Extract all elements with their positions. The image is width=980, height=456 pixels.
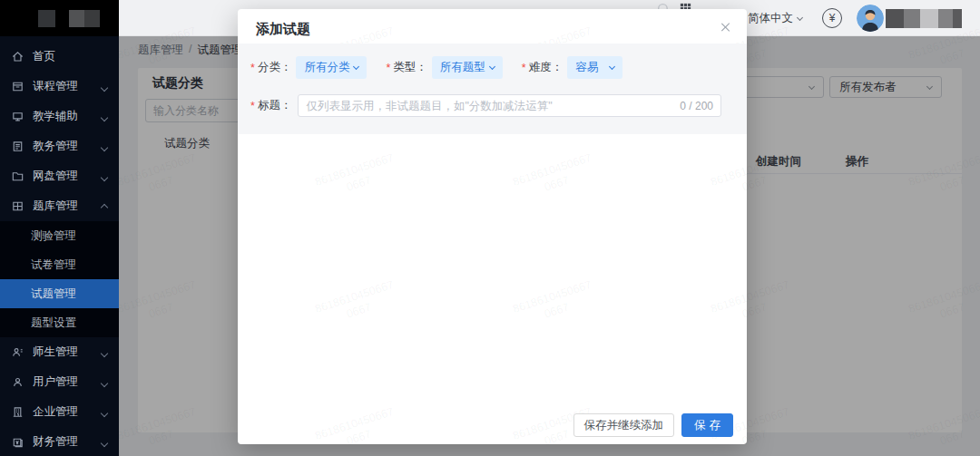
chevron-down-icon [102,406,107,419]
save-button[interactable]: 保存 [681,413,733,437]
required-mark: * [250,100,255,112]
avatar[interactable] [857,5,884,32]
header-right-cluster: 简体中文 ¥ [730,0,962,36]
redacted-username [886,9,962,28]
document-icon [11,140,25,153]
type-field-label: 类型： [393,60,427,75]
modal-title-row: * 标题： 0 / 200 [250,94,721,117]
sidebar-item-home[interactable]: 首页 [0,42,119,72]
required-mark: * [250,62,255,74]
teacher-student-icon [11,345,25,359]
difficulty-field-group: * 难度： 容易 [522,56,622,79]
chevron-down-icon [489,63,495,70]
sidebar-item-label: 试卷管理 [31,257,76,273]
chevron-down-icon [353,63,359,70]
home-icon [11,50,25,63]
language-label: 简体中文 [748,11,793,26]
sidebar-item-label: 教学辅助 [33,109,78,124]
sidebar-item-label: 网盘管理 [33,169,78,184]
category-field-group: * 分类： 所有分类 [250,56,367,79]
sidebar-item-question-type-settings[interactable]: 题型设置 [0,308,119,337]
currency-yen-icon[interactable]: ¥ [822,8,842,28]
question-title-input[interactable] [306,100,672,112]
course-icon [11,80,25,93]
question-bank-icon [11,199,25,213]
logo-redacted-block [69,10,84,27]
sidebar-item-course-mgmt[interactable]: 课程管理 [0,72,119,102]
sidebar-item-label: 题库管理 [33,199,78,214]
character-counter: 0 / 200 [680,100,713,112]
modal-footer: 保存并继续添加 保存 [573,413,734,437]
logo-redacted-block [38,10,55,27]
sidebar-item-label: 企业管理 [33,404,78,420]
category-select-value: 所有分类 [304,60,349,75]
title-field-label: 标题： [258,98,292,113]
redacted-block [953,9,962,28]
sidebar-item-label: 教务管理 [33,139,78,154]
sidebar-item-quiz-mgmt[interactable]: 测验管理 [0,221,119,250]
difficulty-field-label: 难度： [529,60,564,75]
chevron-down-icon [102,81,107,93]
type-select[interactable]: 所有题型 [432,56,503,79]
sidebar-item-paper-mgmt[interactable]: 试卷管理 [0,250,119,279]
difficulty-select-value: 容易 [575,60,598,75]
sidebar-item-label: 试题管理 [31,286,76,302]
sidebar-item-teacher-student-mgmt[interactable]: 师生管理 [0,337,119,367]
required-mark: * [522,62,526,74]
sidebar-item-finance-mgmt[interactable]: 财务管理 [0,427,119,456]
sidebar-item-label: 课程管理 [33,79,78,94]
sidebar-item-label: 首页 [33,49,55,64]
category-select[interactable]: 所有分类 [296,56,367,79]
building-icon [11,405,25,419]
sidebar: 首页 课程管理 教学辅助 教务管理 网盘管理 [0,0,119,456]
modal-header: 添加试题 [238,9,747,44]
sidebar-item-academic-mgmt[interactable]: 教务管理 [0,131,119,161]
sidebar-item-label: 测验管理 [31,228,76,244]
chevron-down-icon [609,63,615,70]
question-title-field[interactable]: 0 / 200 [298,94,721,117]
save-and-continue-button[interactable]: 保存并继续添加 [573,413,675,437]
sidebar-item-teach-assist[interactable]: 教学辅助 [0,102,119,131]
add-question-modal: 8618610450667066786186104506670667861861… [238,9,747,444]
yen-symbol: ¥ [829,12,836,24]
redacted-block [938,9,953,28]
monitor-icon [11,110,25,123]
sidebar-item-enterprise-mgmt[interactable]: 企业管理 [0,397,119,427]
user-icon [11,375,25,389]
sidebar-item-question-bank[interactable]: 题库管理 [0,191,119,221]
sidebar-item-question-mgmt-selected[interactable]: 试题管理 [0,279,119,308]
modal-title: 添加试题 [256,21,310,38]
redacted-block [904,9,920,28]
chevron-down-icon [102,436,107,449]
type-field-group: * 类型： 所有题型 [386,56,502,79]
chevron-down-icon [102,141,107,153]
folder-icon [11,170,25,183]
sidebar-nav: 首页 课程管理 教学辅助 教务管理 网盘管理 [0,36,119,456]
sidebar-item-netdisk-mgmt[interactable]: 网盘管理 [0,161,119,191]
sidebar-item-label: 师生管理 [33,344,78,360]
chevron-up-icon [102,200,107,213]
difficulty-select[interactable]: 容易 [567,56,622,79]
redacted-block [886,9,904,28]
sidebar-item-label: 用户管理 [33,374,78,390]
close-icon[interactable] [720,22,730,33]
chevron-down-icon [102,111,107,123]
sidebar-item-label: 题型设置 [31,315,76,331]
modal-filter-band: * 分类： 所有分类 * 类型： 所有题型 * [238,44,747,134]
logo-redacted-block [84,10,100,27]
category-field-label: 分类： [258,60,292,75]
sidebar-item-user-mgmt[interactable]: 用户管理 [0,367,119,397]
chevron-down-icon [797,14,803,20]
required-mark: * [386,62,390,74]
modal-filter-row: * 分类： 所有分类 * 类型： 所有题型 * [250,56,622,79]
finance-icon [11,435,25,449]
redacted-block [920,9,938,28]
chevron-down-icon [102,170,107,183]
chevron-down-icon [102,346,107,359]
app-logo[interactable] [0,0,119,36]
question-bank-submenu: 测验管理 试卷管理 试题管理 题型设置 [0,221,119,337]
chevron-down-icon [102,376,107,389]
type-select-value: 所有题型 [440,60,485,75]
sidebar-item-label: 财务管理 [33,434,78,450]
